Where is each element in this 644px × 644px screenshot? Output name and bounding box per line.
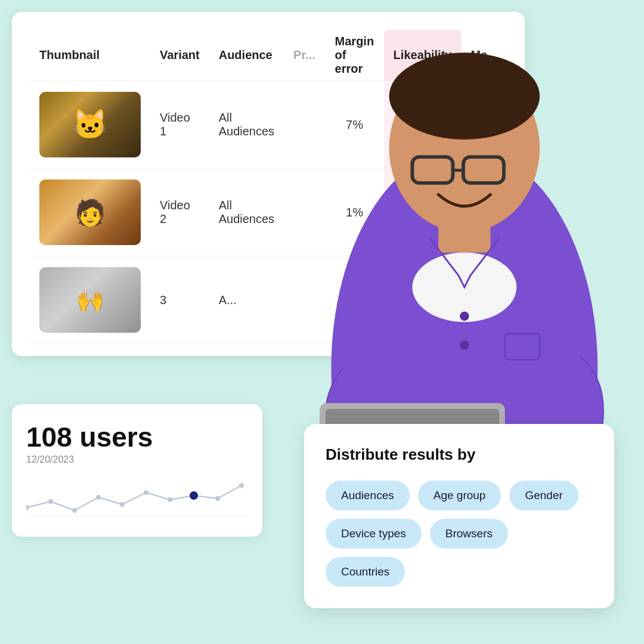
svg-point-5	[120, 502, 125, 507]
btn-device-types[interactable]: Device types	[326, 519, 422, 549]
svg-point-2	[48, 499, 53, 504]
col-variant: Variant	[150, 30, 209, 81]
thumbnail-person: 🧑	[39, 179, 141, 245]
line-chart	[26, 475, 248, 522]
svg-point-9	[215, 496, 220, 501]
svg-point-25	[460, 340, 469, 350]
chart-card: 108 users 12/20/2023	[12, 404, 262, 537]
svg-point-6	[144, 490, 148, 495]
distribute-title: Distribute results by	[326, 445, 593, 464]
svg-point-3	[72, 508, 77, 513]
svg-point-7	[168, 497, 172, 502]
cell-thumbnail-1: 🐱	[30, 81, 150, 169]
cell-variant-2: Video 2	[150, 169, 209, 256]
btn-countries[interactable]: Countries	[326, 557, 405, 587]
thumbnail-hands: 🙌	[39, 267, 141, 333]
svg-point-8	[190, 491, 198, 500]
svg-point-24	[460, 312, 469, 321]
btn-audiences[interactable]: Audiences	[326, 481, 410, 510]
distribute-card: Distribute results by Audiences Age grou…	[304, 424, 614, 608]
thumbnail-cat: 🐱	[39, 92, 141, 157]
svg-point-1	[26, 505, 29, 510]
svg-rect-14	[438, 218, 490, 252]
cell-thumbnail-2: 🧑	[30, 169, 150, 256]
btn-browsers[interactable]: Browsers	[430, 519, 508, 549]
cell-thumbnail-3: 🙌	[30, 256, 150, 344]
users-count: 108 users	[26, 421, 248, 453]
btn-gender[interactable]: Gender	[509, 481, 578, 510]
svg-point-13	[389, 52, 540, 140]
chart-date: 12/20/2023	[26, 454, 248, 465]
cell-variant-3: 3	[150, 256, 209, 344]
col-thumbnail: Thumbnail	[30, 30, 150, 81]
cell-variant-1: Video 1	[150, 81, 209, 169]
distribute-buttons: Audiences Age group Gender Device types …	[326, 481, 593, 587]
svg-point-4	[96, 495, 101, 500]
btn-age-group[interactable]: Age group	[418, 481, 501, 510]
